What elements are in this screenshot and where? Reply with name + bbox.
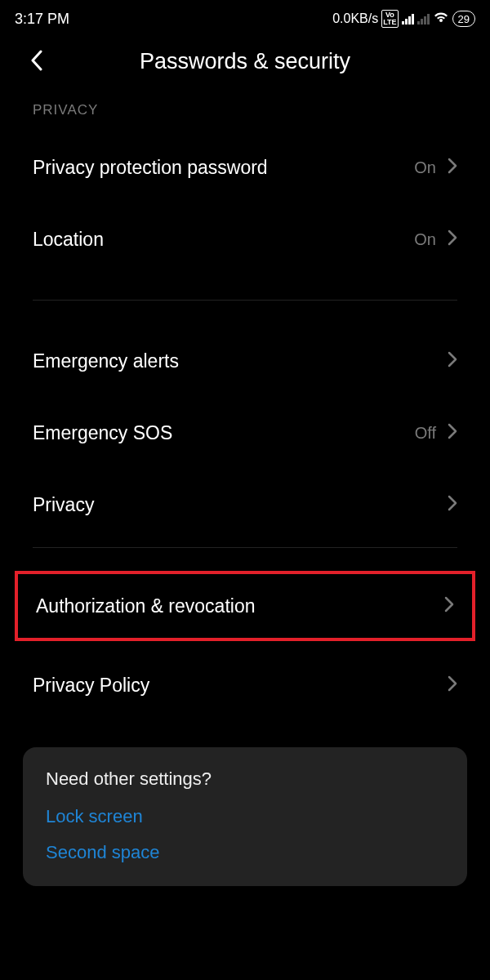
chevron-right-icon xyxy=(448,229,457,249)
status-bar: 3:17 PM 0.0KB/s VoLTE 29 xyxy=(0,0,490,33)
row-privacy-protection-password[interactable]: Privacy protection password On xyxy=(0,131,490,203)
row-label: Privacy xyxy=(33,494,94,516)
row-emergency-alerts[interactable]: Emergency alerts xyxy=(0,325,490,397)
divider xyxy=(33,547,457,548)
wifi-icon xyxy=(433,11,449,28)
row-label: Location xyxy=(33,229,104,251)
chevron-right-icon xyxy=(448,423,457,443)
row-value: Off xyxy=(415,424,436,443)
row-label: Authorization & revocation xyxy=(36,595,256,617)
app-bar: Passwords & security xyxy=(0,33,490,91)
signal-icon-2 xyxy=(417,13,430,24)
row-label: Privacy Policy xyxy=(33,675,149,697)
chevron-right-icon xyxy=(448,495,457,514)
row-privacy-policy[interactable]: Privacy Policy xyxy=(0,649,490,721)
row-value: On xyxy=(414,158,436,177)
chevron-right-icon xyxy=(448,351,457,371)
other-settings-card: Need other settings? Lock screen Second … xyxy=(23,747,467,886)
highlight-box: Authorization & revocation xyxy=(15,571,475,641)
section-header-privacy: PRIVACY xyxy=(0,91,490,131)
row-privacy[interactable]: Privacy xyxy=(0,469,490,541)
chevron-right-icon xyxy=(444,596,454,616)
row-label: Emergency alerts xyxy=(33,350,179,372)
chevron-right-icon xyxy=(448,158,457,177)
link-second-space[interactable]: Second space xyxy=(46,842,444,863)
card-question: Need other settings? xyxy=(46,768,444,790)
row-label: Privacy protection password xyxy=(33,157,268,179)
net-speed: 0.0KB/s xyxy=(332,11,378,26)
volte-icon: VoLTE xyxy=(381,10,398,28)
battery-icon: 29 xyxy=(452,11,475,27)
row-value: On xyxy=(414,230,436,249)
row-location[interactable]: Location On xyxy=(0,203,490,275)
page-title: Passwords & security xyxy=(24,49,466,74)
status-time: 3:17 PM xyxy=(15,11,69,28)
row-label: Emergency SOS xyxy=(33,422,172,444)
link-lock-screen[interactable]: Lock screen xyxy=(46,806,444,827)
status-right: 0.0KB/s VoLTE 29 xyxy=(332,10,475,28)
row-emergency-sos[interactable]: Emergency SOS Off xyxy=(0,397,490,469)
signal-icon-1 xyxy=(402,13,414,24)
row-authorization-revocation[interactable]: Authorization & revocation xyxy=(18,574,472,638)
chevron-right-icon xyxy=(448,675,457,695)
